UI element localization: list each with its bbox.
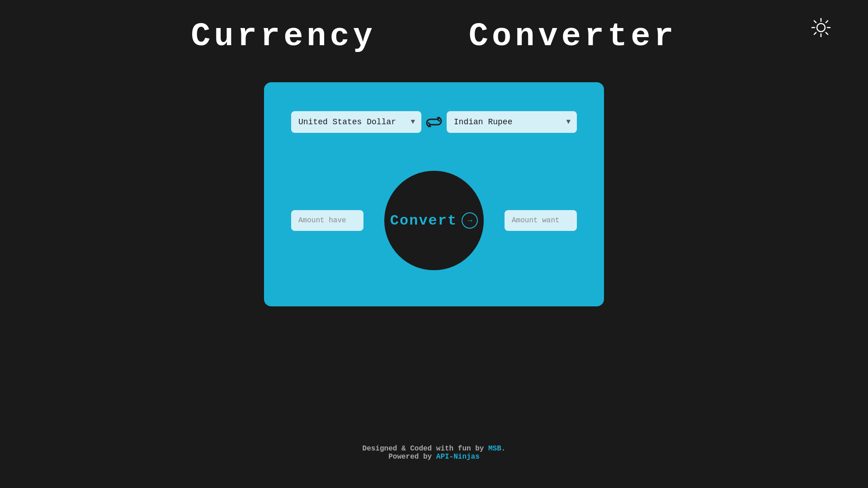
footer-period: .: [501, 445, 506, 453]
svg-line-5: [814, 21, 816, 23]
svg-point-0: [817, 23, 825, 32]
footer: Designed & Coded with fun by MSB. Powere…: [363, 445, 506, 488]
from-currency-select[interactable]: United States Dollar Euro British Pound …: [291, 111, 421, 133]
page-header: Currency Converter: [0, 0, 868, 55]
footer-designed-text: Designed & Coded with fun by: [363, 445, 488, 453]
swap-icon: [423, 111, 445, 133]
title-currency: Currency: [191, 18, 376, 55]
convert-button-label: Convert: [390, 212, 457, 229]
footer-msb-link[interactable]: MSB: [488, 445, 501, 453]
to-currency-wrapper: Indian Rupee United States Dollar Euro B…: [447, 111, 577, 133]
amount-have-input[interactable]: [291, 210, 363, 231]
footer-line2: Powered by API-Ninjas: [363, 453, 506, 461]
convert-arrow-icon: →: [462, 212, 478, 229]
sun-icon: [811, 18, 831, 38]
amount-want-input[interactable]: [505, 210, 577, 231]
svg-line-8: [814, 33, 816, 34]
footer-powered-text: Powered by: [388, 453, 436, 461]
convert-button[interactable]: Convert →: [384, 171, 484, 270]
theme-toggle-button[interactable]: [810, 17, 832, 38]
title-converter: Converter: [469, 18, 677, 55]
from-currency-wrapper: United States Dollar Euro British Pound …: [291, 111, 421, 133]
converter-card: United States Dollar Euro British Pound …: [264, 82, 604, 306]
amount-row: Convert →: [291, 171, 577, 270]
swap-currencies-button[interactable]: [421, 109, 447, 135]
page-title: Currency Converter: [191, 18, 677, 55]
currency-row: United States Dollar Euro British Pound …: [291, 109, 577, 135]
footer-api-link[interactable]: API-Ninjas: [436, 453, 480, 461]
convert-button-wrapper: Convert →: [384, 171, 484, 270]
svg-line-7: [826, 21, 828, 23]
svg-line-6: [826, 33, 828, 34]
footer-line1: Designed & Coded with fun by MSB.: [363, 445, 506, 453]
to-currency-select[interactable]: Indian Rupee United States Dollar Euro B…: [447, 111, 577, 133]
